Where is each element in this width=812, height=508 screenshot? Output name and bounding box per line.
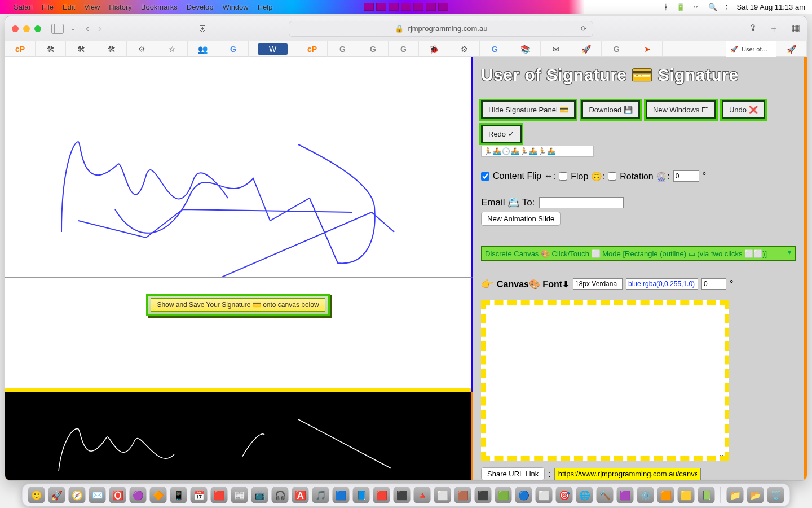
battery-icon[interactable]: 🔋 [676,3,685,11]
dock-app15-icon[interactable]: 🟪 [617,487,634,503]
fav-cp2[interactable]: cP [297,41,328,57]
dock-appstore-icon[interactable]: 🅰️ [292,487,309,503]
share-icon[interactable]: ⇪ [749,22,757,35]
dock-app18-icon[interactable]: 📗 [698,487,715,503]
spotlight-icon[interactable]: 🔍 [708,3,717,11]
fav-gmail[interactable]: ✉ [541,41,571,57]
mac-dock[interactable]: 🙂 🚀 🧭 ✉️ 🅾️ 🟣 🔶 📱 📅 🟥 📰 📺 🎧 🅰️ 🎵 🟦 📘 🟥 ⬛… [22,483,791,507]
close-window-icon[interactable] [12,25,19,32]
rotation-input[interactable] [673,170,699,182]
menu-develop[interactable]: Develop [187,3,214,11]
download-button[interactable]: Download 💾 [581,100,639,119]
emoji-history-strip[interactable]: 🏃🚣🕒🚣🏃🚣🏃🚣 [481,146,594,157]
new-animation-slide-button[interactable]: New Animation Slide [481,212,561,226]
dock-app12-icon[interactable]: 🔵 [515,487,532,503]
dock-downloads-icon[interactable]: 📁 [727,487,744,503]
toolbar-chevron-down-icon[interactable]: ⌄ [70,25,76,32]
menu-help[interactable]: Help [258,3,273,11]
dock-filezilla-icon[interactable]: 🟥 [373,487,390,503]
signature-draw-canvas[interactable] [5,57,473,277]
tab-other[interactable]: 🚀 [776,41,807,57]
menu-window[interactable]: Window [222,3,248,11]
dock-app8-icon[interactable]: ⬜ [434,487,451,503]
dock-app7-icon[interactable]: 🔺 [414,487,431,503]
dock-safari-icon[interactable]: 🧭 [69,487,86,503]
dock-calendar-icon[interactable]: 📅 [191,487,208,503]
menu-app[interactable]: Safari [14,3,33,11]
dock-chrome-icon[interactable]: 🌐 [576,487,593,503]
fav-pma2[interactable]: 🛠 [66,41,96,57]
dock-app17-icon[interactable]: 🟨 [678,487,695,503]
share-url-button[interactable]: Share URL Link [481,467,545,480]
color-input[interactable] [626,278,698,290]
fav-so[interactable]: 📚 [510,41,541,57]
fav-g3[interactable]: G [358,41,389,57]
rotation-checkbox[interactable] [608,172,616,181]
dock-news-icon[interactable]: 📰 [231,487,248,503]
hide-signature-panel-button[interactable]: Hide Signature Panel 💳 [481,100,576,119]
dock-app9-icon[interactable]: 🟫 [454,487,471,503]
dock-mail-icon[interactable]: ✉️ [89,487,106,503]
fav-g5[interactable]: G [480,41,510,57]
result-canvas[interactable] [5,392,473,481]
dock-app14-icon[interactable]: 🎯 [556,487,573,503]
redo-button[interactable]: Redo ✓ [481,125,522,143]
dock-app11-icon[interactable]: 🟩 [495,487,512,503]
new-tab-icon[interactable]: ＋ [769,22,779,35]
wifi-icon[interactable]: ᯤ [693,3,700,11]
canvas-mode-select[interactable]: Discrete Canvas 🎨 Click/Touch ⬜ Mode [Re… [481,246,796,261]
fav-pma3[interactable]: 🛠 [96,41,127,57]
fav-word[interactable]: W [258,43,288,55]
menu-bookmarks[interactable]: Bookmarks [141,3,178,11]
email-input[interactable] [539,197,624,208]
dock-tv-icon[interactable]: 📺 [251,487,268,503]
content-flip-checkbox[interactable] [481,172,489,181]
menubar-clock[interactable]: Sat 19 Aug 11:13 am [737,3,805,11]
dock-app16-icon[interactable]: 🟧 [657,487,674,503]
zoom-window-icon[interactable] [34,25,41,32]
yellow-dashed-textarea[interactable] [481,300,729,461]
dock-prefs-icon[interactable]: ⚙️ [637,487,654,503]
fav-star[interactable]: ☆ [157,41,188,57]
dock-app4-icon[interactable]: 🟥 [211,487,228,503]
dock-music-icon[interactable]: 🎵 [312,487,329,503]
dock-finder-icon[interactable]: 🙂 [28,487,45,503]
menu-file[interactable]: File [42,3,54,11]
sidebar-toggle-icon[interactable] [51,24,64,34]
dock-app5-icon[interactable]: 🎧 [272,487,289,503]
fav-g4[interactable]: G [389,41,419,57]
address-bar[interactable]: 🔒 rjmprogramming.com.au ⟳ [289,21,593,37]
dock-folder-icon[interactable]: 📂 [747,487,764,503]
new-windows-button[interactable]: New Windows 🗔 [646,100,716,119]
dock-terminal-icon[interactable]: ⬛ [394,487,411,503]
fav-g2[interactable]: G [328,41,358,57]
dock-app2-icon[interactable]: 🔶 [150,487,167,503]
font-input[interactable] [573,278,623,290]
privacy-shield-icon[interactable]: ⛨ [198,24,208,34]
window-traffic-lights[interactable] [12,25,41,32]
fav-wp[interactable]: ⚙ [127,41,157,57]
dock-xcode-icon[interactable]: 🔨 [597,487,614,503]
control-center-icon[interactable]: 𐄛 [725,3,729,11]
menu-edit[interactable]: Edit [63,3,75,11]
dock-word-icon[interactable]: 📘 [353,487,370,503]
fav-pin[interactable]: ➤ [632,41,663,57]
fav-cp[interactable]: cP [5,41,36,57]
flop-checkbox[interactable] [559,172,567,181]
minimize-window-icon[interactable] [23,25,30,32]
save-signature-button[interactable]: Show and Save Your Signature 💳 onto canv… [151,298,325,312]
menu-view[interactable]: View [84,3,100,11]
undo-button[interactable]: Undo ❌ [722,100,765,119]
fav-bug[interactable]: 🐞 [419,41,449,57]
dock-launchpad-icon[interactable]: 🚀 [48,487,65,503]
dock-app3-icon[interactable]: 📱 [170,487,187,503]
back-button-icon[interactable]: ‹ [86,23,89,34]
dock-app10-icon[interactable]: ⬛ [475,487,492,503]
fav-google1[interactable]: G [218,41,249,57]
bluetooth-icon[interactable]: ᚼ [664,3,668,11]
reload-icon[interactable]: ⟳ [581,24,587,33]
share-url-input[interactable] [554,468,701,480]
forward-button-icon[interactable]: › [98,23,102,34]
menu-history[interactable]: History [109,3,131,11]
font-angle-input[interactable] [701,278,726,290]
